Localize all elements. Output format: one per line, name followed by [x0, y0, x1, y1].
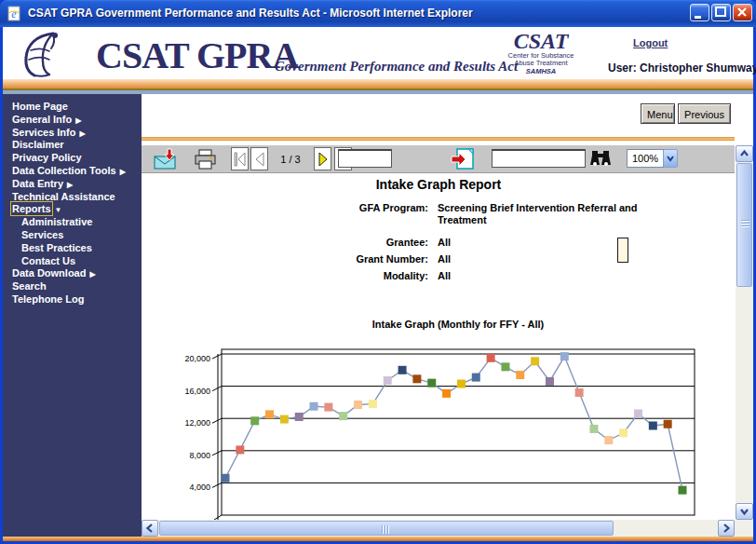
- sidebar-item-best-practices[interactable]: Best Practices: [3, 242, 142, 255]
- next-page-button[interactable]: [314, 147, 331, 170]
- sidebar-item-reports[interactable]: Reports▼: [3, 203, 142, 216]
- vertical-scroll-thumb[interactable]: [736, 163, 752, 287]
- chart-point: [679, 486, 687, 495]
- sidebar-item-home-page[interactable]: Home Page: [3, 101, 142, 114]
- first-page-button[interactable]: [231, 147, 249, 170]
- sidebar-item-label: Disclaimer: [12, 139, 64, 150]
- sidebar-item-label: Privacy Policy: [12, 152, 82, 163]
- sidebar-item-data-download[interactable]: Data Download▶: [3, 267, 142, 280]
- sidebar-item-telephone-log[interactable]: Telephone Log: [3, 293, 142, 306]
- chart-point: [265, 410, 274, 418]
- svg-text:e: e: [11, 7, 17, 20]
- sidebar-item-contact-us[interactable]: Contact Us: [3, 255, 142, 268]
- maximize-button[interactable]: [711, 4, 731, 21]
- sidebar-item-label: Administrative: [21, 216, 92, 227]
- field-label: Modality:: [303, 270, 428, 282]
- previous-button[interactable]: Previous: [678, 103, 731, 124]
- submenu-arrow-icon: ▶: [79, 129, 85, 138]
- sidebar-item-data-collection-tools[interactable]: Data Collection Tools▶: [3, 165, 142, 178]
- chart-title: Intake Graph (Monthly for FFY - All): [372, 319, 545, 330]
- chart-point: [236, 445, 244, 454]
- sidebar-item-search[interactable]: Search: [3, 280, 142, 293]
- find-binoculars-button[interactable]: [588, 148, 613, 174]
- sidebar-item-label: Reports: [12, 203, 51, 214]
- vertical-scrollbar[interactable]: [736, 145, 753, 520]
- previous-page-button[interactable]: [250, 147, 268, 170]
- chart-point: [531, 357, 539, 365]
- y-axis-tick-label: 16,000: [184, 387, 210, 396]
- chart-point: [398, 366, 407, 374]
- zoom-level-select[interactable]: 100%: [627, 149, 664, 168]
- brand-subtitle: Government Performance and Results Act: [275, 59, 518, 75]
- scroll-right-arrow-icon[interactable]: [718, 520, 735, 537]
- print-button[interactable]: [194, 148, 218, 174]
- report-viewer-toolbar: 1 / 3 100%: [142, 145, 735, 173]
- intake-chart: Intake Graph (Monthly for FFY - All)4,00…: [177, 315, 708, 520]
- field-label: Grant Number:: [303, 253, 428, 265]
- sidebar-item-general-info[interactable]: General Info▶: [3, 114, 142, 127]
- csat-logo-line2: Abuse Treatment: [502, 60, 580, 67]
- chart-point: [546, 377, 554, 386]
- chart-point: [427, 379, 436, 388]
- report-field-row: Grantee:All: [303, 237, 694, 249]
- chart-point: [472, 374, 480, 382]
- field-value: All: [438, 270, 656, 282]
- content-divider: [142, 137, 735, 141]
- horizontal-scroll-thumb[interactable]: [159, 521, 614, 536]
- menu-button[interactable]: Menu: [641, 103, 675, 124]
- scrollbar-corner: [736, 520, 753, 537]
- scroll-up-arrow-icon[interactable]: [736, 145, 753, 162]
- title-bar[interactable]: e CSAT GPRA Government Performance and R…: [0, 0, 756, 27]
- expanded-arrow-icon: ▼: [55, 206, 62, 214]
- search-text-input[interactable]: [492, 149, 586, 168]
- close-button[interactable]: [733, 4, 752, 21]
- brand-title: CSAT GPRA: [96, 34, 298, 77]
- y-axis-tick-label: 20,000: [184, 354, 210, 363]
- field-label: GFA Program:: [303, 202, 428, 226]
- submenu-arrow-icon: ▶: [67, 181, 73, 189]
- app-header: CSAT GPRA Government Performance and Res…: [3, 27, 753, 79]
- sidebar-item-label: Services: [21, 229, 63, 240]
- sidebar-item-disclaimer[interactable]: Disclaimer: [3, 139, 142, 152]
- zoom-dropdown-arrow-icon[interactable]: [663, 149, 678, 168]
- sidebar-item-services[interactable]: Services: [3, 229, 142, 242]
- chart-point: [575, 388, 584, 397]
- submenu-arrow-icon: ▶: [89, 270, 95, 279]
- samhsa-label: SAMHSA: [502, 67, 580, 75]
- sidebar-item-technical-assistance[interactable]: Technical Assistance: [3, 191, 142, 204]
- report-page: Intake Graph Report GFA Program:Screenin…: [142, 173, 736, 520]
- placeholder-rect: [617, 238, 628, 263]
- chart-point: [634, 410, 642, 418]
- sidebar-item-label: Best Practices: [21, 242, 92, 253]
- submenu-arrow-icon: ▶: [75, 116, 81, 125]
- sidebar-item-label: Data Collection Tools: [12, 165, 116, 176]
- sidebar-item-data-entry[interactable]: Data Entry▶: [3, 178, 142, 191]
- scroll-left-arrow-icon[interactable]: [142, 520, 158, 537]
- export-email-button[interactable]: [153, 148, 179, 174]
- sidebar-item-label: Technical Assistance: [12, 191, 115, 202]
- page-indicator: 1 / 3: [270, 154, 311, 165]
- chart-point: [354, 401, 362, 409]
- sidebar-item-label: Data Download: [12, 267, 86, 279]
- sidebar-item-label: Home Page: [12, 101, 68, 112]
- chart-point: [604, 436, 613, 444]
- sidebar-item-label: General Info: [12, 114, 72, 125]
- chart-point: [369, 400, 377, 408]
- goto-page-button[interactable]: [450, 148, 476, 174]
- logout-link[interactable]: Logout: [633, 37, 668, 48]
- page-number-input[interactable]: [338, 149, 392, 168]
- chart-point: [222, 474, 230, 483]
- sidebar-item-administrative[interactable]: Administrative: [3, 216, 142, 229]
- csat-logo-title: CSAT: [502, 30, 580, 52]
- chart-point: [442, 389, 451, 398]
- minimize-button[interactable]: [690, 4, 709, 21]
- sidebar-item-services-info[interactable]: Services Info▶: [3, 127, 142, 140]
- scroll-down-arrow-icon[interactable]: [736, 503, 753, 520]
- report-field-row: Grant Number:All: [303, 253, 694, 265]
- chart-point: [250, 416, 259, 425]
- sidebar-item-privacy-policy[interactable]: Privacy Policy: [3, 152, 142, 165]
- report-title: Intake Graph Report: [142, 177, 736, 192]
- horizontal-scrollbar[interactable]: [142, 520, 736, 537]
- y-axis-tick-label: 12,000: [184, 418, 210, 428]
- sidebar-nav: Home PageGeneral Info▶Services Info▶Disc…: [3, 94, 142, 537]
